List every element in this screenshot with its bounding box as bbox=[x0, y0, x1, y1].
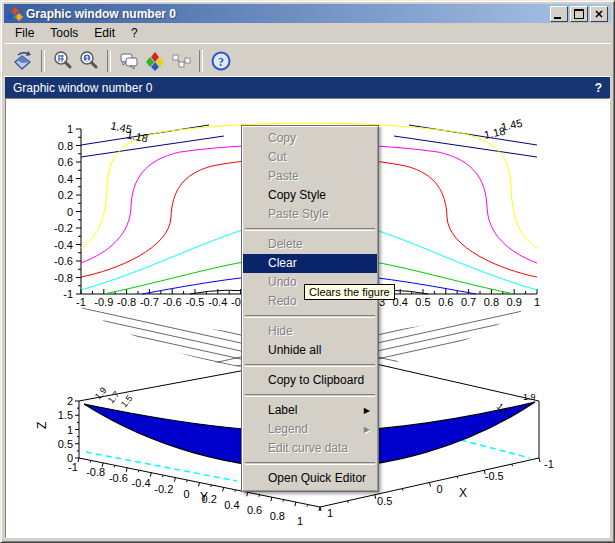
titlebar: Graphic window number 0 bbox=[4, 4, 611, 23]
z-tick-label: 2 bbox=[67, 395, 73, 407]
y3d-tick-label: -0.6 bbox=[109, 472, 128, 484]
minimize-button[interactable] bbox=[550, 6, 568, 22]
x3d-tick-label: 0.5 bbox=[377, 495, 392, 507]
svg-text:1: 1 bbox=[85, 54, 89, 61]
y3d-tick-label: 0.6 bbox=[247, 504, 262, 516]
z-tick-label: 1.5 bbox=[58, 409, 73, 421]
y3d-tick-label: 1 bbox=[297, 515, 303, 527]
menu-item-delete[interactable]: Delete bbox=[243, 235, 377, 254]
y-tick-label: -0.4 bbox=[54, 239, 73, 251]
x-tick-label: 0.6 bbox=[438, 296, 453, 308]
x-tick-label: -0.7 bbox=[140, 296, 159, 308]
menu-item-copy-to-clipboard[interactable]: Copy to Clipboard bbox=[243, 371, 377, 390]
menu-separator bbox=[245, 462, 375, 465]
x-tick-label: -0.5 bbox=[186, 296, 205, 308]
x-tick-label: -0.6 bbox=[163, 296, 182, 308]
menu-item-cut[interactable]: Cut bbox=[243, 148, 377, 167]
y-tick-label: -0.6 bbox=[54, 255, 73, 267]
x-tick-label: 0.8 bbox=[484, 296, 499, 308]
colormap-icon bbox=[144, 50, 166, 72]
close-button[interactable] bbox=[590, 6, 608, 22]
y3d-tick-label: 0.8 bbox=[270, 510, 285, 522]
rotate-button[interactable] bbox=[10, 48, 36, 74]
menubar-item-file[interactable]: File bbox=[7, 24, 42, 42]
submenu-arrow-icon: ▶ bbox=[364, 401, 370, 420]
x3d-tick-label: 1 bbox=[327, 507, 333, 519]
ged-editor-button[interactable] bbox=[116, 48, 142, 74]
y3d-tick-label: 0 bbox=[183, 488, 189, 500]
zoom-area-button[interactable] bbox=[50, 48, 76, 74]
menu-item-unhide-all[interactable]: Unhide all bbox=[243, 341, 377, 360]
y3d-tick-label: 0.4 bbox=[224, 499, 239, 511]
contour-level-label: 1.18 bbox=[483, 125, 506, 141]
y-tick-label: 0.8 bbox=[58, 140, 73, 152]
figure-info-bar: Graphic window number 0 ? bbox=[5, 77, 610, 98]
close-icon bbox=[595, 10, 603, 18]
help-icon: ? bbox=[210, 50, 232, 72]
menu-item-open-quick-editor[interactable]: Open Quick Editor bbox=[243, 469, 377, 488]
menubar-item-tools[interactable]: Tools bbox=[42, 24, 86, 42]
colormap-button[interactable] bbox=[142, 48, 168, 74]
menubar: FileToolsEdit? bbox=[4, 23, 611, 43]
menu-separator bbox=[245, 394, 375, 397]
surface-level-label: 1.9 bbox=[523, 392, 536, 402]
ged-editor-icon bbox=[118, 50, 140, 72]
y-tick-label: -1 bbox=[63, 288, 73, 300]
infobar-help-link[interactable]: ? bbox=[595, 81, 602, 95]
x-tick-label: 0.4 bbox=[393, 296, 408, 308]
menu-item-edit-curve-data[interactable]: Edit curve data bbox=[243, 439, 377, 458]
x-tick-label: -0.8 bbox=[117, 296, 136, 308]
x-tick-label: -1 bbox=[76, 296, 86, 308]
window-title: Graphic window number 0 bbox=[26, 7, 550, 21]
tooltip: Clears the figure bbox=[304, 284, 395, 300]
zoom-area-icon bbox=[52, 50, 74, 72]
menu-item-clear[interactable]: Clear bbox=[243, 254, 377, 273]
menu-item-label[interactable]: Label▶ bbox=[243, 401, 377, 420]
svg-text:?: ? bbox=[218, 54, 224, 68]
x3d-tick-label: 0 bbox=[436, 483, 442, 495]
toolbar: 1 bbox=[4, 43, 611, 77]
zoom-reset-icon: 1 bbox=[78, 50, 100, 72]
y3d-tick-label: -0.4 bbox=[132, 477, 151, 489]
y3d-tick-label: -1 bbox=[68, 461, 78, 473]
x-tick-label: -0.4 bbox=[208, 296, 227, 308]
y-tick-label: -0.8 bbox=[54, 272, 73, 284]
y-tick-label: 0.2 bbox=[58, 189, 73, 201]
scilab-app-icon bbox=[7, 6, 23, 22]
x-axis-label: X bbox=[459, 486, 467, 500]
x3d-tick-label: -1 bbox=[544, 458, 554, 470]
x-tick-label: 0.7 bbox=[461, 296, 476, 308]
toolbar-separator bbox=[41, 50, 45, 72]
menu-item-paste[interactable]: Paste bbox=[243, 167, 377, 186]
menu-item-hide[interactable]: Hide bbox=[243, 322, 377, 341]
menu-item-paste-style[interactable]: Paste Style bbox=[243, 205, 377, 224]
zoom-reset-button[interactable]: 1 bbox=[76, 48, 102, 74]
x-tick-label: -0.9 bbox=[94, 296, 113, 308]
menu-item-copy[interactable]: Copy bbox=[243, 129, 377, 148]
menu-item-legend[interactable]: Legend▶ bbox=[243, 420, 377, 439]
minimize-icon bbox=[554, 17, 561, 19]
menu-item-copy-style[interactable]: Copy Style bbox=[243, 186, 377, 205]
menubar-item-edit[interactable]: Edit bbox=[86, 24, 123, 42]
x-tick-label: 1 bbox=[534, 296, 540, 308]
x3d-tick-label: -0.5 bbox=[485, 470, 504, 482]
menu-separator bbox=[245, 228, 375, 231]
y-axis-label: Y bbox=[200, 490, 208, 504]
graphic-window: Graphic window number 0 FileToolsEdit? bbox=[0, 0, 615, 543]
y-tick-label: 1 bbox=[67, 123, 73, 135]
y-tick-label: 0.6 bbox=[58, 156, 73, 168]
y3d-tick-label: -0.8 bbox=[86, 466, 105, 478]
datatip-button[interactable] bbox=[168, 48, 194, 74]
y3d-tick-label: -0.2 bbox=[154, 483, 173, 495]
menubar-item-[interactable]: ? bbox=[123, 24, 146, 42]
y-tick-label: -0.2 bbox=[54, 222, 73, 234]
help-button[interactable]: ? bbox=[208, 48, 234, 74]
x-tick-label: 0.9 bbox=[507, 296, 522, 308]
z-tick-label: 0.5 bbox=[58, 438, 73, 450]
maximize-button[interactable] bbox=[570, 6, 588, 22]
rotate-icon bbox=[12, 50, 34, 72]
datatip-icon bbox=[170, 50, 192, 72]
menu-separator bbox=[245, 364, 375, 367]
y-tick-label: 0.4 bbox=[58, 173, 73, 185]
submenu-arrow-icon: ▶ bbox=[364, 420, 370, 439]
